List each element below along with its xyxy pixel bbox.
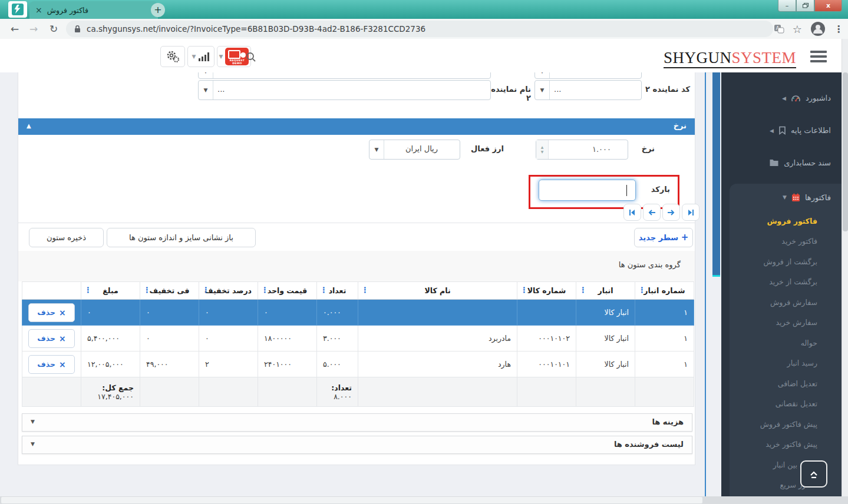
grid-row[interactable]: ۱انبار کالا۰.۰۰۰۰۰۰۰×حذف bbox=[22, 300, 694, 326]
grid-cell[interactable]: ۰۰۰۱۰۱۰۱ bbox=[517, 352, 576, 377]
settings-button[interactable] bbox=[160, 46, 185, 67]
sidebar-subitem[interactable]: برگشت از فروش bbox=[730, 251, 848, 272]
grid-cell[interactable]: انبار کالا bbox=[576, 326, 635, 352]
dropdown-caret-icon[interactable]: ▼ bbox=[535, 72, 550, 78]
next-record-button[interactable] bbox=[662, 204, 680, 221]
column-header[interactable]: انبار⋮ bbox=[576, 282, 635, 300]
sellers-accordion[interactable]: لیست فروشنده ها ▼ bbox=[22, 436, 692, 454]
column-menu-icon[interactable]: ⋮ bbox=[202, 286, 210, 294]
column-header[interactable]: درصد تخفیف⋮ bbox=[199, 282, 258, 300]
grid-cell[interactable]: ۱ bbox=[635, 352, 694, 377]
sidebar-item-top-2[interactable]: سند حسابداری bbox=[721, 147, 848, 179]
bookmark-star-icon[interactable]: ☆ bbox=[793, 23, 802, 35]
sidebar-subitem[interactable]: انتقال بین انبار bbox=[730, 455, 848, 475]
translate-icon[interactable]: A bbox=[774, 24, 784, 34]
sidebar-subitem[interactable]: برگشت از خرید bbox=[730, 272, 848, 293]
barcode-input[interactable] bbox=[539, 180, 636, 201]
column-menu-icon[interactable]: ⋮ bbox=[143, 286, 151, 294]
clipped-input[interactable]: ▼ bbox=[534, 72, 642, 79]
sidebar-subitem[interactable]: فاکتور سریع bbox=[730, 475, 848, 496]
reload-icon[interactable]: ↻ bbox=[46, 21, 61, 37]
column-menu-icon[interactable]: ⋮ bbox=[84, 286, 92, 294]
sidebar-subitem[interactable]: فاکتور خرید bbox=[730, 231, 848, 252]
delete-row-button[interactable]: ×حذف bbox=[28, 303, 74, 322]
grid-cell[interactable]: ۰ bbox=[258, 300, 317, 326]
grid-cell[interactable]: هارد bbox=[358, 352, 517, 377]
sidebar-subitem[interactable]: حواله bbox=[730, 333, 848, 353]
sidebar-subitem[interactable]: رسید انبار bbox=[730, 353, 848, 374]
tab-close-icon[interactable]: × bbox=[35, 6, 42, 14]
dropdown-caret-icon[interactable]: ▼ bbox=[199, 81, 213, 100]
new-row-button[interactable]: + سطر جدید bbox=[634, 228, 693, 247]
grid-cell[interactable]: ۰۰۰۱۰۱۰۲ bbox=[517, 326, 576, 352]
grid-cell[interactable]: ۴۹,۰۰۰ bbox=[140, 352, 199, 377]
minimize-button[interactable]: – bbox=[778, 0, 796, 12]
sidebar-item-top-0[interactable]: داشبورد◀ bbox=[721, 82, 848, 114]
grid-cell[interactable]: ۲۴۰۱۰۰۰ bbox=[258, 352, 317, 377]
delete-row-button[interactable]: ×حذف bbox=[28, 329, 74, 348]
close-button[interactable]: x bbox=[814, 0, 842, 12]
hamburger-menu-icon[interactable] bbox=[810, 51, 827, 62]
column-header[interactable]: فی تخفیف⋮ bbox=[140, 282, 199, 300]
save-column-button[interactable]: ذخیره ستون bbox=[29, 228, 104, 247]
rate-section-header[interactable]: نرخ ▲ bbox=[18, 118, 695, 135]
chart-menu-button[interactable]: ▼ bbox=[187, 46, 215, 67]
column-menu-icon[interactable]: ⋮ bbox=[361, 286, 369, 294]
grid-cell[interactable]: ۳.۰۰۰ bbox=[317, 326, 358, 352]
last-record-button[interactable] bbox=[682, 204, 699, 221]
sidebar-subitem[interactable]: سفارش خرید bbox=[730, 313, 848, 333]
grid-cell[interactable]: ۱۸۰۰۰۰۰ bbox=[258, 326, 317, 352]
dropdown-caret-icon[interactable]: ▼ bbox=[535, 81, 550, 100]
collapse-up-icon[interactable]: ▲ bbox=[27, 122, 31, 129]
column-header[interactable]: نام کالا⋮ bbox=[358, 282, 517, 300]
sidebar-subitem[interactable]: سفارش فروش bbox=[730, 292, 848, 313]
sidebar-subitem[interactable]: تعدیل اضافی bbox=[730, 373, 848, 394]
grid-row[interactable]: ۱انبار کالا۰۰۰۱۰۱۰۲مادربرد۳.۰۰۰۱۸۰۰۰۰۰۰۰… bbox=[22, 326, 694, 352]
column-header[interactable]: مبلغ⋮ bbox=[81, 282, 140, 300]
sidebar-subitem[interactable]: پیش فاکتور فروش bbox=[730, 414, 848, 435]
profile-avatar[interactable] bbox=[810, 21, 826, 37]
browser-menu-icon[interactable]: ⋮ bbox=[834, 24, 843, 35]
first-record-button[interactable] bbox=[623, 204, 641, 221]
reset-columns-button[interactable]: باز نشانی سایز و اندازه ستون ها bbox=[107, 228, 256, 247]
currency-select[interactable]: ▼ ریال ایران bbox=[369, 140, 460, 160]
scroll-to-top-button[interactable] bbox=[800, 460, 827, 488]
sidebar-item-top-1[interactable]: اطلاعات پایه◀ bbox=[721, 114, 848, 147]
grid-cell[interactable]: ۵.۰۰۰ bbox=[317, 352, 358, 377]
grid-cell[interactable]: ۱ bbox=[635, 300, 694, 326]
clipped-input[interactable]: ▼ bbox=[198, 72, 491, 79]
column-menu-icon[interactable]: ⋮ bbox=[261, 286, 269, 294]
delete-row-button[interactable]: ×حذف bbox=[28, 355, 74, 374]
content-scrollbar-thumb[interactable] bbox=[712, 72, 720, 277]
search-icon[interactable] bbox=[246, 52, 256, 62]
grid-cell[interactable]: ۰ bbox=[199, 326, 258, 352]
restore-button[interactable] bbox=[796, 0, 814, 12]
grid-cell[interactable]: انبار کالا bbox=[576, 300, 635, 326]
column-header[interactable]: قیمت واحد⋮ bbox=[258, 282, 317, 300]
grid-cell[interactable]: ۰ bbox=[140, 300, 199, 326]
sidebar-item-invoices[interactable]: فاکتورها▼ bbox=[730, 184, 848, 211]
grid-cell[interactable]: ۰ bbox=[81, 300, 140, 326]
column-header[interactable]: تعداد⋮ bbox=[317, 282, 358, 300]
grid-cell[interactable]: ۰ bbox=[140, 326, 199, 352]
grid-cell[interactable]: انبار کالا bbox=[576, 352, 635, 377]
grid-row[interactable]: ۱انبار کالا۰۰۰۱۰۱۰۱هارد۵.۰۰۰۲۴۰۱۰۰۰۲۴۹,۰… bbox=[22, 352, 694, 377]
rep-code-input[interactable]: ▼ ... bbox=[534, 80, 642, 100]
horizontal-scrollbar-thumb[interactable] bbox=[1, 497, 702, 503]
dropdown-caret-icon[interactable]: ▼ bbox=[199, 72, 213, 78]
dropdown-caret-icon[interactable]: ▼ bbox=[369, 140, 384, 159]
grid-cell[interactable] bbox=[358, 300, 517, 326]
grid-cell[interactable]: ۱ bbox=[635, 326, 694, 352]
grid-cell[interactable]: ۵,۴۰۰,۰۰۰ bbox=[81, 326, 140, 352]
url-bar[interactable]: ca.shygunsys.net/invoice/?InvoiceType=6B… bbox=[66, 21, 773, 37]
forward-icon[interactable]: → bbox=[26, 21, 41, 37]
back-icon[interactable]: ← bbox=[7, 21, 22, 37]
column-menu-icon[interactable]: ⋮ bbox=[520, 286, 528, 294]
grid-cell[interactable]: مادربرد bbox=[358, 326, 517, 352]
group-panel[interactable]: گروه بندی ستون ها bbox=[18, 251, 695, 281]
expenses-accordion[interactable]: هزینه ها ▼ bbox=[22, 413, 692, 432]
sidebar-subitem[interactable]: تعدیل نقصانی bbox=[730, 394, 848, 415]
grid-cell[interactable]: ۰ bbox=[199, 300, 258, 326]
rep-name-input[interactable]: ▼ ... bbox=[198, 80, 491, 100]
column-menu-icon[interactable]: ⋮ bbox=[579, 286, 587, 294]
